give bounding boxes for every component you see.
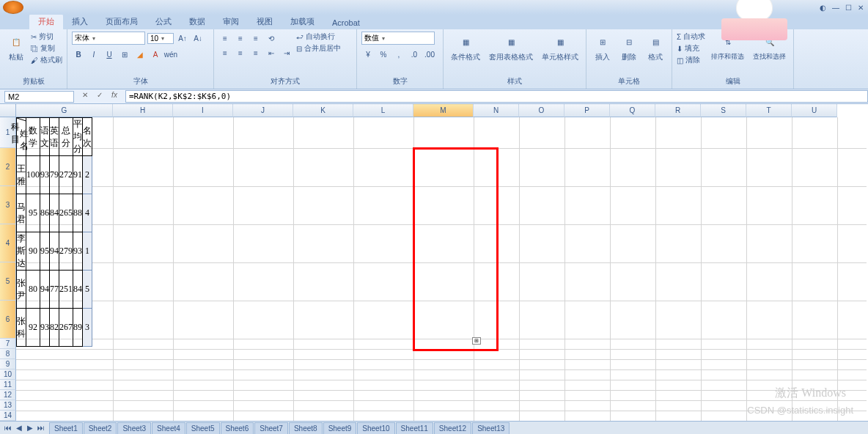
row-header-14[interactable]: 14 <box>0 411 16 421</box>
row-header-8[interactable]: 8 <box>0 349 16 359</box>
sheet-tab[interactable]: Sheet10 <box>357 422 394 434</box>
header-cell[interactable]: 语文 <box>40 118 50 156</box>
data-cell[interactable]: 82 <box>50 309 59 347</box>
col-header-S[interactable]: S <box>701 104 746 117</box>
align-bottom-icon[interactable]: ≡ <box>249 32 262 45</box>
col-header-T[interactable]: T <box>746 104 792 117</box>
next-sheet-icon[interactable]: ▶ <box>25 424 35 432</box>
data-cell[interactable]: 1 <box>83 232 92 271</box>
data-cell[interactable]: 95 <box>40 232 50 271</box>
data-cell[interactable]: 80 <box>26 271 40 309</box>
enter-formula-icon[interactable]: ✓ <box>93 91 106 103</box>
comma-icon[interactable]: , <box>392 48 405 61</box>
dec-decimal-icon[interactable]: .00 <box>423 48 436 61</box>
wrap-button[interactable]: ⮐自动换行 <box>296 32 341 42</box>
align-right-icon[interactable]: ≡ <box>249 46 262 59</box>
table-format-button[interactable]: ▦套用表格格式 <box>486 32 536 64</box>
insert-button[interactable]: ⊞插入 <box>591 32 614 64</box>
data-cell[interactable]: 5 <box>83 271 92 309</box>
col-header-I[interactable]: I <box>173 104 233 117</box>
data-cell[interactable]: 89 <box>73 309 83 347</box>
align-left-icon[interactable]: ≡ <box>218 46 232 59</box>
inc-decimal-icon[interactable]: .0 <box>408 48 421 61</box>
orientation-icon[interactable]: ⟲ <box>265 32 278 45</box>
col-header-K[interactable]: K <box>293 104 353 117</box>
sheet-tab[interactable]: Sheet3 <box>117 422 151 434</box>
data-cell[interactable]: 86 <box>40 194 50 232</box>
row-header-11[interactable]: 11 <box>0 380 16 390</box>
phonetic-icon[interactable]: wén <box>164 48 177 61</box>
fill-color-icon[interactable]: ◢ <box>133 48 147 61</box>
tab-view[interactable]: 视图 <box>248 14 282 29</box>
data-cell[interactable]: 279 <box>59 232 73 271</box>
bold-icon[interactable]: B <box>72 48 85 61</box>
data-cell[interactable]: 93 <box>40 156 50 194</box>
data-cell[interactable]: 张尹 <box>17 271 26 309</box>
sheet-tab[interactable]: Sheet6 <box>221 422 254 434</box>
row-header-7[interactable]: 7 <box>0 339 16 349</box>
font-color-icon[interactable]: A <box>149 48 162 61</box>
help-icon[interactable]: ◐ <box>820 4 826 12</box>
border-icon[interactable]: ⊞ <box>118 48 131 61</box>
header-cell[interactable]: 英语 <box>50 118 59 156</box>
col-header-L[interactable]: L <box>353 104 413 117</box>
align-top-icon[interactable]: ≡ <box>218 32 232 45</box>
spreadsheet-grid[interactable]: GHIJKLMNOPQRSTU 1234567891011121314 科目姓名… <box>0 104 868 434</box>
sheet-tab[interactable]: Sheet5 <box>186 422 220 434</box>
data-cell[interactable]: 272 <box>59 156 73 194</box>
data-cell[interactable]: 王雅 <box>17 156 26 194</box>
row-header-2[interactable]: 2 <box>0 148 16 186</box>
data-cell[interactable]: 94 <box>40 271 50 309</box>
tab-addins[interactable]: 加载项 <box>282 14 323 29</box>
tab-formulas[interactable]: 公式 <box>147 14 180 29</box>
col-header-M[interactable]: M <box>413 104 474 117</box>
sheet-tab[interactable]: Sheet11 <box>396 422 433 434</box>
data-cell[interactable]: 88 <box>73 194 83 232</box>
maximize-icon[interactable]: ☐ <box>845 4 852 12</box>
formula-input[interactable]: =RANK(K2,$K$2:$K$6,0) <box>125 90 868 103</box>
font-size-dropdown[interactable]: 10 <box>147 33 174 44</box>
sheet-tab[interactable]: Sheet1 <box>49 422 83 434</box>
data-cell[interactable]: 马君 <box>17 194 26 232</box>
tab-data[interactable]: 数据 <box>180 14 214 29</box>
header-cell[interactable]: 名次 <box>83 118 92 156</box>
col-header-O[interactable]: O <box>519 104 564 117</box>
col-header-R[interactable]: R <box>655 104 701 117</box>
shrink-font-icon[interactable]: A↓ <box>191 32 205 45</box>
cut-button[interactable]: ✂剪切 <box>31 32 62 42</box>
tab-insert[interactable]: 插入 <box>63 14 97 29</box>
data-cell[interactable]: 84 <box>73 271 83 309</box>
prev-sheet-icon[interactable]: ◀ <box>14 424 24 432</box>
data-cell[interactable]: 93 <box>73 232 83 271</box>
indent-dec-icon[interactable]: ⇤ <box>265 46 278 59</box>
col-header-P[interactable]: P <box>564 104 610 117</box>
row-header-10[interactable]: 10 <box>0 369 16 380</box>
select-all-corner[interactable] <box>0 104 16 117</box>
sheet-tab[interactable]: Sheet12 <box>434 422 471 434</box>
fill-handle[interactable]: ⊞ <box>472 337 481 345</box>
col-header-Q[interactable]: Q <box>610 104 655 117</box>
row-header-5[interactable]: 5 <box>0 262 16 301</box>
data-cell[interactable]: 90 <box>26 232 40 271</box>
office-button[interactable] <box>3 1 23 14</box>
data-cell[interactable]: 100 <box>26 156 40 194</box>
clear-button[interactable]: ◫清除 <box>677 55 705 65</box>
painter-button[interactable]: 🖌格式刷 <box>31 55 62 65</box>
col-header-H[interactable]: H <box>113 104 173 117</box>
data-cell[interactable]: 93 <box>40 309 50 347</box>
align-middle-icon[interactable]: ≡ <box>234 32 247 45</box>
close-icon[interactable]: ✕ <box>858 4 864 12</box>
cancel-formula-icon[interactable]: ✕ <box>78 91 92 103</box>
data-cell[interactable]: 95 <box>26 194 40 232</box>
fx-icon[interactable]: fx <box>108 91 121 103</box>
data-cell[interactable]: 251 <box>59 271 73 309</box>
data-cell[interactable]: 265 <box>59 194 73 232</box>
header-diagonal-cell[interactable]: 科目姓名 <box>17 118 26 156</box>
tab-review[interactable]: 审阅 <box>214 14 248 29</box>
tab-acrobat[interactable]: Acrobat <box>323 16 369 29</box>
row-header-4[interactable]: 4 <box>0 224 16 262</box>
row-header-3[interactable]: 3 <box>0 186 16 224</box>
sheet-tab[interactable]: Sheet13 <box>472 422 510 434</box>
font-name-dropdown[interactable]: 宋体 <box>72 32 145 45</box>
data-cell[interactable]: 91 <box>73 156 83 194</box>
